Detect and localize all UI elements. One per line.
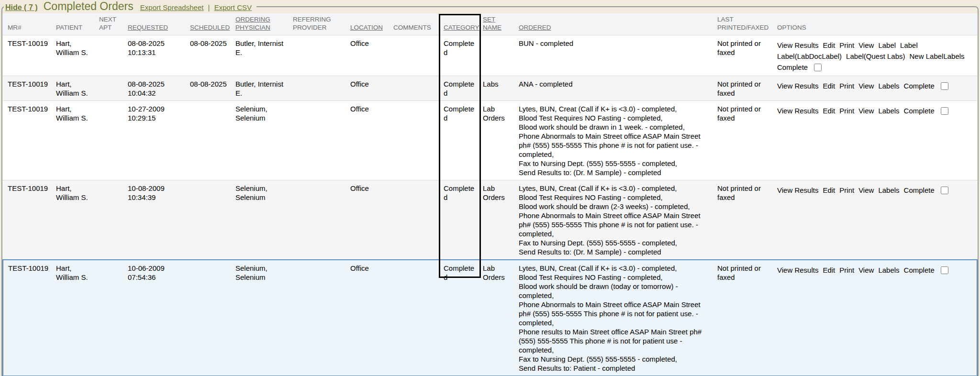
option-labels-link[interactable]: Labels [878,266,899,274]
column-header-label: PATIENT [56,24,82,31]
option-edit-link[interactable]: Edit [823,266,835,274]
cell-ordered: ANA - completed [516,76,714,101]
cell-requested: 10-08-2009 10:34:39 [125,180,187,260]
ordered-item: Phone results to Main Street office ASAP… [519,327,711,354]
option-print-link[interactable]: Print [839,186,854,194]
panel-title: Completed Orders [44,0,134,12]
cell-location: Office [347,180,390,260]
cell-comments [390,101,441,180]
complete-checkbox[interactable] [814,64,822,71]
ordered-item: Lytes, BUN, Creat (Call if K+ is <3.0) -… [519,104,711,113]
cell-ordering-physician: Selenium, Selenium [233,260,290,376]
option-view-results-link[interactable]: View Results [777,107,818,115]
complete-checkbox[interactable] [941,266,948,274]
option-labels-link[interactable]: Labels [878,186,899,194]
cell-scheduled: 08-08-2025 [187,35,233,76]
option-label-labdoclabel-link[interactable]: Label(LabDocLabel) [777,52,842,60]
option-print-link[interactable]: Print [839,41,854,49]
export-csv-link[interactable]: Export CSV [214,3,252,11]
cell-ordering-physician: Butler, Internist E. [233,76,290,101]
ordered-item: Fax to Nursing Dept. (555) 555-5555 - co… [519,354,711,364]
option-complete-link[interactable]: Complete [777,63,808,71]
option-complete-link[interactable]: Complete [904,186,935,194]
option-edit-link[interactable]: Edit [823,82,835,90]
cell-patient: Hart, William S. [53,180,96,260]
complete-checkbox[interactable] [941,107,948,115]
cell-referring-provider [290,35,347,76]
option-labels-link[interactable]: Labels [878,107,899,115]
option-view-results-link[interactable]: View Results [777,82,818,90]
cell-next-apt [96,260,125,376]
option-label-quest-labs-link[interactable]: Label(Quest Labs) [846,52,905,60]
column-header-ordered[interactable]: ORDERED [516,13,714,35]
cell-scheduled: 08-08-2025 [187,76,233,101]
cell-next-apt [96,76,125,101]
option-view-link[interactable]: View [858,266,874,274]
cell-patient: Hart, William S. [53,260,96,376]
option-view-link[interactable]: View [858,41,874,49]
hide-toggle-link[interactable]: Hide ( 7 ) [5,3,38,11]
cell-set-name [480,35,516,76]
ordered-item: Blood work should be drawn (today or tom… [519,282,711,300]
ordered-item: Blood Test Requires NO Fasting - complet… [519,273,711,282]
option-label-link[interactable]: Label [878,41,896,49]
column-header-category[interactable]: CATEGORY [441,13,480,35]
complete-checkbox[interactable] [941,82,948,90]
column-header-label: MR# [8,24,22,31]
cell-options: View ResultsEditPrintViewLabelsComplete [774,180,977,260]
cell-mr: TEST-10019 [3,76,53,101]
option-view-results-link[interactable]: View Results [777,186,818,194]
ordered-item: Fax to Nursing Dept. (555) 555-5555 - co… [519,238,711,247]
ordered-item: ANA - completed [519,79,711,88]
cell-category: Completed [441,35,480,76]
column-header-requested[interactable]: REQUESTED [125,13,187,35]
column-header-ordering-physician[interactable]: ORDERING PHYSICIAN [233,13,290,35]
ordered-item: Blood work should be drawn in 1 week. - … [519,122,711,132]
option-label-link[interactable]: Label [900,41,918,49]
column-header-patient: PATIENT [53,13,96,35]
option-complete-link[interactable]: Complete [904,82,935,90]
option-complete-link[interactable]: Complete [904,266,935,274]
option-print-link[interactable]: Print [839,266,854,274]
option-view-link[interactable]: View [858,186,874,194]
cell-scheduled [187,101,233,180]
option-labels-link[interactable]: Labels [943,52,964,60]
option-complete-link[interactable]: Complete [904,107,935,115]
cell-next-apt [96,180,125,260]
cell-comments [390,76,441,101]
cell-mr: TEST-10019 [3,180,53,260]
column-header-scheduled[interactable]: SCHEDULED [187,13,233,35]
complete-checkbox[interactable] [941,187,948,194]
option-view-link[interactable]: View [858,82,874,90]
option-edit-link[interactable]: Edit [823,41,835,49]
option-new-label-link[interactable]: New Label [910,52,944,60]
cell-ordering-physician: Selenium, Selenium [233,180,290,260]
option-edit-link[interactable]: Edit [823,107,835,115]
cell-patient: Hart, William S. [53,35,96,76]
option-print-link[interactable]: Print [839,82,854,90]
column-header-label: LAST PRINTED/FAXED [717,16,768,31]
order-row: TEST-10019 Hart, William S. 10-27-2009 1… [3,101,977,180]
cell-options: View ResultsEditPrintViewLabelLabelLabel… [774,35,977,76]
cell-options: View ResultsEditPrintViewLabelsComplete [774,101,977,180]
option-edit-link[interactable]: Edit [823,186,835,194]
ordered-item: Phone Abnormals to Main Street office AS… [519,211,711,238]
column-header-label: ORDERED [519,24,551,31]
option-print-link[interactable]: Print [839,107,854,115]
ordered-item: Blood Test Requires NO Fasting - complet… [519,113,711,122]
cell-category: Completed [441,76,480,101]
option-labels-link[interactable]: Labels [878,82,899,90]
cell-last-printed-faxed: Not printed or faxed [714,76,774,101]
column-header-set-name[interactable]: SET NAME [480,13,516,35]
cell-last-printed-faxed: Not printed or faxed [714,101,774,180]
cell-location: Office [347,35,390,76]
option-view-link[interactable]: View [858,107,874,115]
cell-options: View ResultsEditPrintViewLabelsComplete [774,260,977,376]
column-header-options: OPTIONS [774,13,977,35]
column-header-location[interactable]: LOCATION [347,13,390,35]
option-view-results-link[interactable]: View Results [777,41,818,49]
cell-patient: Hart, William S. [53,76,96,101]
option-view-results-link[interactable]: View Results [777,266,818,274]
export-spreadsheet-link[interactable]: Export Spreadsheet [140,3,204,11]
cell-set-name: Lab Orders [480,260,516,376]
